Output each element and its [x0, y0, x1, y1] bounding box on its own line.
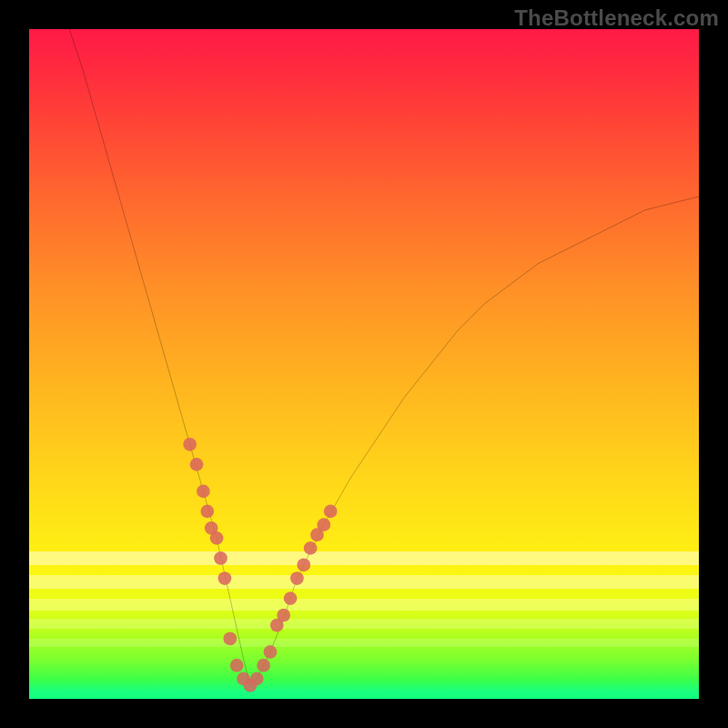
- curve-svg: [29, 29, 699, 699]
- marker-group: [183, 438, 337, 693]
- curve-marker: [210, 531, 224, 545]
- bottleneck-curve-path: [69, 29, 699, 685]
- curve-marker: [277, 609, 290, 622]
- curve-marker: [290, 571, 304, 585]
- curve-marker: [200, 505, 214, 519]
- plot-area: [29, 29, 699, 699]
- curve-marker: [264, 645, 278, 659]
- curve-marker: [223, 632, 237, 645]
- watermark-text: TheBottleneck.com: [514, 5, 719, 31]
- curve-marker: [183, 438, 197, 451]
- curve-marker: [230, 659, 244, 672]
- curve-marker: [317, 518, 330, 531]
- curve-marker: [324, 505, 338, 519]
- curve-marker: [284, 592, 298, 605]
- curve-marker: [214, 551, 228, 565]
- curve-marker: [190, 458, 204, 471]
- curve-marker: [297, 558, 310, 571]
- curve-marker: [250, 672, 264, 686]
- curve-marker: [304, 541, 318, 555]
- curve-marker: [197, 484, 210, 498]
- curve-marker: [257, 659, 270, 672]
- chart-frame: TheBottleneck.com: [0, 0, 728, 728]
- curve-marker: [218, 571, 232, 585]
